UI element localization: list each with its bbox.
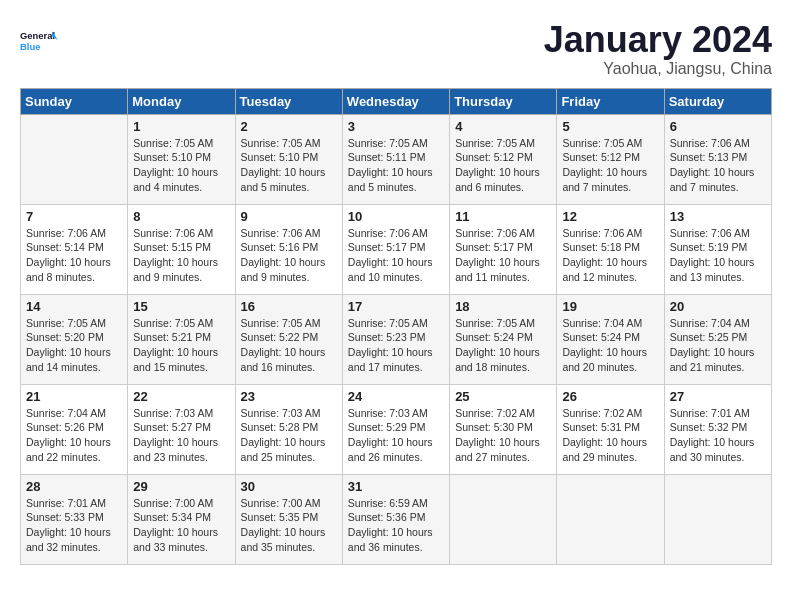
day-info: Sunrise: 7:03 AM Sunset: 5:27 PM Dayligh… (133, 406, 229, 465)
day-number: 16 (241, 299, 337, 314)
table-row: 3Sunrise: 7:05 AM Sunset: 5:11 PM Daylig… (342, 114, 449, 204)
day-info: Sunrise: 7:00 AM Sunset: 5:34 PM Dayligh… (133, 496, 229, 555)
table-row: 19Sunrise: 7:04 AM Sunset: 5:24 PM Dayli… (557, 294, 664, 384)
day-number: 1 (133, 119, 229, 134)
table-row: 16Sunrise: 7:05 AM Sunset: 5:22 PM Dayli… (235, 294, 342, 384)
day-info: Sunrise: 7:01 AM Sunset: 5:33 PM Dayligh… (26, 496, 122, 555)
day-number: 3 (348, 119, 444, 134)
day-info: Sunrise: 7:05 AM Sunset: 5:10 PM Dayligh… (133, 136, 229, 195)
subtitle: Yaohua, Jiangsu, China (544, 60, 772, 78)
table-row: 12Sunrise: 7:06 AM Sunset: 5:18 PM Dayli… (557, 204, 664, 294)
day-info: Sunrise: 7:04 AM Sunset: 5:26 PM Dayligh… (26, 406, 122, 465)
table-row: 6Sunrise: 7:06 AM Sunset: 5:13 PM Daylig… (664, 114, 771, 204)
calendar-week-row: 28Sunrise: 7:01 AM Sunset: 5:33 PM Dayli… (21, 474, 772, 564)
day-info: Sunrise: 7:03 AM Sunset: 5:28 PM Dayligh… (241, 406, 337, 465)
table-row: 17Sunrise: 7:05 AM Sunset: 5:23 PM Dayli… (342, 294, 449, 384)
day-info: Sunrise: 7:05 AM Sunset: 5:21 PM Dayligh… (133, 316, 229, 375)
calendar-header-row: Sunday Monday Tuesday Wednesday Thursday… (21, 88, 772, 114)
day-number: 28 (26, 479, 122, 494)
day-number: 22 (133, 389, 229, 404)
table-row: 8Sunrise: 7:06 AM Sunset: 5:15 PM Daylig… (128, 204, 235, 294)
day-number: 31 (348, 479, 444, 494)
day-number: 27 (670, 389, 766, 404)
table-row: 5Sunrise: 7:05 AM Sunset: 5:12 PM Daylig… (557, 114, 664, 204)
day-info: Sunrise: 7:02 AM Sunset: 5:31 PM Dayligh… (562, 406, 658, 465)
day-info: Sunrise: 7:01 AM Sunset: 5:32 PM Dayligh… (670, 406, 766, 465)
day-info: Sunrise: 7:06 AM Sunset: 5:17 PM Dayligh… (455, 226, 551, 285)
day-number: 18 (455, 299, 551, 314)
day-number: 9 (241, 209, 337, 224)
table-row: 26Sunrise: 7:02 AM Sunset: 5:31 PM Dayli… (557, 384, 664, 474)
day-number: 19 (562, 299, 658, 314)
svg-text:General: General (20, 30, 55, 41)
day-number: 2 (241, 119, 337, 134)
day-info: Sunrise: 7:05 AM Sunset: 5:22 PM Dayligh… (241, 316, 337, 375)
header-sunday: Sunday (21, 88, 128, 114)
day-info: Sunrise: 7:03 AM Sunset: 5:29 PM Dayligh… (348, 406, 444, 465)
day-number: 26 (562, 389, 658, 404)
calendar-table: Sunday Monday Tuesday Wednesday Thursday… (20, 88, 772, 565)
day-info: Sunrise: 7:05 AM Sunset: 5:20 PM Dayligh… (26, 316, 122, 375)
table-row: 2Sunrise: 7:05 AM Sunset: 5:10 PM Daylig… (235, 114, 342, 204)
day-number: 14 (26, 299, 122, 314)
day-info: Sunrise: 7:06 AM Sunset: 5:15 PM Dayligh… (133, 226, 229, 285)
day-number: 15 (133, 299, 229, 314)
day-number: 21 (26, 389, 122, 404)
day-info: Sunrise: 7:06 AM Sunset: 5:19 PM Dayligh… (670, 226, 766, 285)
table-row: 10Sunrise: 7:06 AM Sunset: 5:17 PM Dayli… (342, 204, 449, 294)
header-monday: Monday (128, 88, 235, 114)
day-number: 24 (348, 389, 444, 404)
table-row: 27Sunrise: 7:01 AM Sunset: 5:32 PM Dayli… (664, 384, 771, 474)
day-number: 5 (562, 119, 658, 134)
day-info: Sunrise: 7:05 AM Sunset: 5:10 PM Dayligh… (241, 136, 337, 195)
main-title: January 2024 (544, 20, 772, 60)
header-tuesday: Tuesday (235, 88, 342, 114)
title-block: January 2024 Yaohua, Jiangsu, China (544, 20, 772, 78)
day-number: 29 (133, 479, 229, 494)
calendar-week-row: 21Sunrise: 7:04 AM Sunset: 5:26 PM Dayli… (21, 384, 772, 474)
day-number: 30 (241, 479, 337, 494)
day-number: 25 (455, 389, 551, 404)
calendar-week-row: 14Sunrise: 7:05 AM Sunset: 5:20 PM Dayli… (21, 294, 772, 384)
day-number: 13 (670, 209, 766, 224)
table-row (450, 474, 557, 564)
day-info: Sunrise: 7:06 AM Sunset: 5:16 PM Dayligh… (241, 226, 337, 285)
calendar-week-row: 7Sunrise: 7:06 AM Sunset: 5:14 PM Daylig… (21, 204, 772, 294)
table-row: 30Sunrise: 7:00 AM Sunset: 5:35 PM Dayli… (235, 474, 342, 564)
table-row: 18Sunrise: 7:05 AM Sunset: 5:24 PM Dayli… (450, 294, 557, 384)
header-friday: Friday (557, 88, 664, 114)
table-row: 7Sunrise: 7:06 AM Sunset: 5:14 PM Daylig… (21, 204, 128, 294)
logo: General Blue General Blue (20, 20, 60, 60)
day-number: 11 (455, 209, 551, 224)
header-saturday: Saturday (664, 88, 771, 114)
header-thursday: Thursday (450, 88, 557, 114)
header: General Blue General Blue January 2024 Y… (20, 20, 772, 78)
day-info: Sunrise: 7:00 AM Sunset: 5:35 PM Dayligh… (241, 496, 337, 555)
day-number: 10 (348, 209, 444, 224)
day-number: 12 (562, 209, 658, 224)
table-row: 1Sunrise: 7:05 AM Sunset: 5:10 PM Daylig… (128, 114, 235, 204)
day-number: 20 (670, 299, 766, 314)
day-number: 8 (133, 209, 229, 224)
table-row: 23Sunrise: 7:03 AM Sunset: 5:28 PM Dayli… (235, 384, 342, 474)
table-row: 14Sunrise: 7:05 AM Sunset: 5:20 PM Dayli… (21, 294, 128, 384)
table-row: 20Sunrise: 7:04 AM Sunset: 5:25 PM Dayli… (664, 294, 771, 384)
day-number: 7 (26, 209, 122, 224)
day-info: Sunrise: 7:06 AM Sunset: 5:13 PM Dayligh… (670, 136, 766, 195)
day-info: Sunrise: 7:05 AM Sunset: 5:12 PM Dayligh… (455, 136, 551, 195)
day-number: 6 (670, 119, 766, 134)
day-number: 4 (455, 119, 551, 134)
day-info: Sunrise: 7:05 AM Sunset: 5:24 PM Dayligh… (455, 316, 551, 375)
logo-icon: General Blue (20, 20, 60, 60)
day-info: Sunrise: 7:05 AM Sunset: 5:23 PM Dayligh… (348, 316, 444, 375)
svg-text:Blue: Blue (20, 41, 40, 52)
day-number: 23 (241, 389, 337, 404)
table-row: 11Sunrise: 7:06 AM Sunset: 5:17 PM Dayli… (450, 204, 557, 294)
day-info: Sunrise: 7:04 AM Sunset: 5:24 PM Dayligh… (562, 316, 658, 375)
day-info: Sunrise: 7:06 AM Sunset: 5:14 PM Dayligh… (26, 226, 122, 285)
table-row: 15Sunrise: 7:05 AM Sunset: 5:21 PM Dayli… (128, 294, 235, 384)
table-row: 4Sunrise: 7:05 AM Sunset: 5:12 PM Daylig… (450, 114, 557, 204)
table-row: 31Sunrise: 6:59 AM Sunset: 5:36 PM Dayli… (342, 474, 449, 564)
day-info: Sunrise: 7:05 AM Sunset: 5:12 PM Dayligh… (562, 136, 658, 195)
day-info: Sunrise: 6:59 AM Sunset: 5:36 PM Dayligh… (348, 496, 444, 555)
